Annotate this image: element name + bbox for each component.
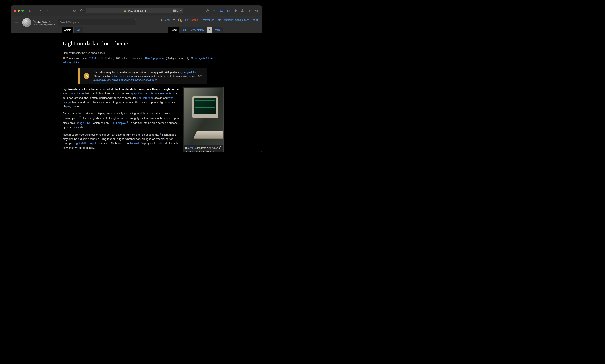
svg-point-3 (220, 12, 221, 12)
cleanup-notice: This article may be in need of reorganiz… (78, 68, 207, 84)
notifications-icon[interactable] (178, 18, 181, 22)
svg-point-5 (228, 11, 229, 11)
stats-creator-link[interactable]: Stevertigo (191, 57, 203, 60)
expand-icon[interactable]: ⛶ (220, 146, 222, 149)
ref-3[interactable]: [3] (159, 132, 161, 135)
svg-rect-0 (29, 10, 31, 12)
svg-point-12 (161, 19, 162, 20)
browser-toolbar: 🔒 en.wikipedia.org 🅰︎文 ⟳ (11, 6, 262, 16)
brand-name: Wikipedia (33, 19, 55, 24)
tab-history[interactable]: View history (188, 27, 207, 33)
browser-window: 🔒 en.wikipedia.org 🅰︎文 ⟳ Wikipedia The F… (11, 5, 262, 152)
stats-bullet-icon (63, 57, 65, 59)
ref-2[interactable]: [2] (127, 121, 129, 123)
oled-display-link[interactable]: OLED display (110, 121, 126, 125)
url-text: en.wikipedia.org (127, 9, 146, 12)
page-tabs-right: Read Edit View history ★ More (168, 27, 223, 33)
svg-rect-4 (227, 10, 229, 12)
downloads-button[interactable] (205, 8, 210, 13)
article-content: Light-on-dark color scheme From Wikipedi… (11, 33, 262, 152)
stats-creator-id-link[interactable]: (43,174) (203, 57, 213, 60)
zork-link[interactable]: Zork (190, 147, 194, 149)
tab-article[interactable]: Article (62, 27, 74, 33)
page-tabs-left: Article Talk (62, 27, 83, 33)
bell-icon[interactable] (173, 18, 176, 22)
reload-button[interactable]: ⟳ (179, 9, 182, 13)
url-bar[interactable]: 🔒 en.wikipedia.org 🅰︎文 ⟳ (86, 8, 183, 13)
ref-1[interactable]: [1] (79, 116, 81, 118)
page-stats: 264 revisions since 2003-01-27 (+15 days… (63, 56, 223, 65)
user-links: Jltml Talk Sandbox Preferences Beta Watc… (161, 18, 259, 22)
tab-read[interactable]: Read (168, 27, 179, 33)
preferences-link[interactable]: Preferences (202, 19, 214, 21)
menu-button[interactable] (14, 19, 19, 25)
logout-link[interactable]: Log out (251, 19, 259, 21)
tab-overview-button[interactable] (254, 8, 259, 13)
gui-elements-link[interactable]: graphical user interface elements (131, 92, 171, 95)
user-icon (161, 19, 163, 21)
talk-link[interactable]: Talk (183, 19, 188, 21)
close-window-button[interactable] (14, 10, 16, 12)
stats-date-link[interactable]: 2003-01-27 (89, 57, 102, 60)
window-controls (14, 10, 24, 12)
share-button[interactable] (240, 8, 245, 13)
notice-icon (84, 73, 89, 79)
beta-link[interactable]: Beta (216, 19, 221, 21)
tab-watch-star[interactable]: ★ (206, 27, 212, 33)
privacy-report-button[interactable] (79, 8, 84, 13)
page-title: Light-on-dark color scheme (63, 39, 223, 50)
minimize-window-button[interactable] (17, 10, 20, 12)
search-input[interactable]: Search Wikipedia (58, 19, 136, 25)
sandbox-link[interactable]: Sandbox (190, 19, 199, 21)
infobox-caption: ⛶ The Zork videogame running on a green-… (184, 145, 223, 152)
tab-talk[interactable]: Talk (73, 27, 83, 33)
globe-icon (22, 18, 31, 27)
android-link[interactable]: Android (129, 142, 139, 145)
reader-button[interactable] (233, 8, 238, 13)
page-subtitle: From Wikipedia, the free encyclopedia (63, 51, 223, 55)
notice-edit-link[interactable]: editing the article (111, 75, 130, 78)
wikipedia-logo[interactable]: Wikipedia The Free Encyclopedia (22, 18, 55, 27)
notice-guidelines-link[interactable]: layout guidelines (179, 71, 198, 74)
crt-image[interactable] (184, 88, 223, 145)
watchlist-link[interactable]: Watchlist (224, 19, 233, 21)
color-scheme-link[interactable]: color scheme (68, 92, 84, 95)
infobox-image: ⛶ The Zork videogame running on a green-… (183, 87, 224, 152)
lock-icon: 🔒 (123, 9, 126, 12)
translate-icon[interactable]: 🅰︎文 (173, 9, 178, 13)
airplay-button[interactable] (212, 8, 217, 13)
forward-button[interactable] (45, 8, 50, 13)
cloud-icon[interactable] (72, 8, 77, 13)
svg-rect-8 (256, 10, 258, 12)
brand-tagline: The Free Encyclopedia (33, 24, 55, 26)
username-link[interactable]: Jltml (165, 19, 170, 21)
maximize-window-button[interactable] (21, 10, 24, 12)
stats-pageviews-link[interactable]: 10,459 pageviews (145, 57, 165, 60)
tab-more[interactable]: More (212, 27, 223, 33)
contributions-link[interactable]: Contributions (235, 19, 249, 21)
tab-edit[interactable]: Edit (179, 27, 188, 33)
sidebar-toggle-button[interactable] (27, 8, 33, 13)
night-shift-link[interactable]: Night shift (74, 142, 86, 145)
wikipedia-header: Wikipedia The Free Encyclopedia Search W… (11, 16, 262, 33)
rss-icon[interactable] (219, 8, 224, 13)
back-button[interactable] (38, 8, 43, 13)
extension-icon[interactable] (226, 8, 231, 13)
notice-learn-link[interactable]: Learn how and when to remove this templa… (94, 78, 156, 81)
google-pixel-link[interactable]: Google Pixel (76, 121, 91, 125)
user-interface-link[interactable]: user interface (137, 96, 154, 100)
apple-link[interactable]: Apple (90, 142, 97, 145)
new-tab-button[interactable] (247, 8, 252, 13)
